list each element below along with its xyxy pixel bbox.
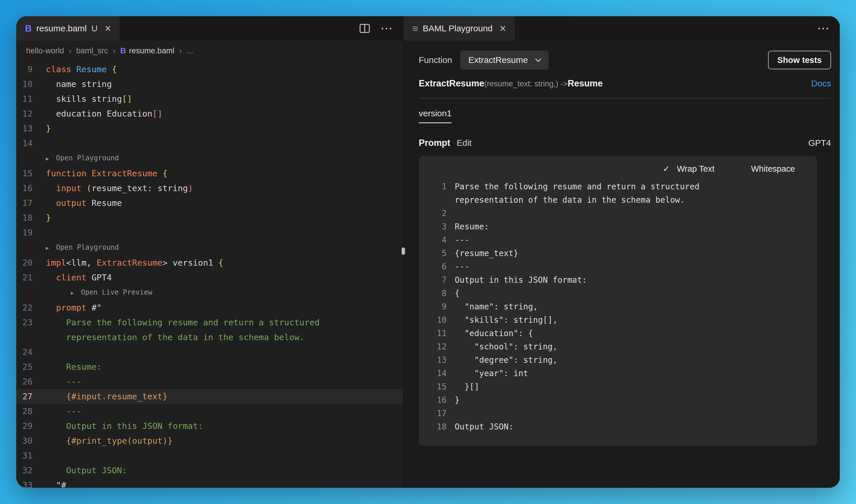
code-row[interactable]: 14 [16,136,403,151]
editor-actions: ⋯ [359,16,403,41]
preview-line-number: 8 [431,287,447,300]
play-triangle-icon: ▶ [46,156,49,162]
preview-line-number: 10 [431,313,447,327]
code-row[interactable]: 15function ExtractResume { [16,166,403,181]
whitespace-toggle[interactable]: Whitespace [751,164,795,174]
breadcrumb-item-ellipsis[interactable]: ... [186,47,193,55]
code-row[interactable]: 19 [16,225,403,240]
breadcrumb-separator-icon: › [113,46,116,56]
preview-line-number: 14 [431,367,447,380]
line-number: 12 [16,106,33,121]
close-tab-icon[interactable]: × [104,23,111,34]
preview-line-text: {resume_text} [455,247,518,260]
tab-version1[interactable]: version1 [419,108,451,123]
function-dropdown[interactable]: ExtractResume [460,51,548,70]
code-row[interactable]: 10 name string [16,77,403,92]
code-row[interactable]: 28 --- [16,404,403,419]
more-actions-icon[interactable]: ⋯ [380,22,393,35]
code-row[interactable]: 27 {#input.resume_text} [16,389,403,404]
split-editor-icon[interactable] [359,24,370,33]
code-row[interactable]: 16 input (resume_text: string) [16,181,403,196]
close-tab-icon[interactable]: × [500,23,506,34]
playground-tab-bar: ≡ BAML Playground × ⋯ [404,16,840,41]
preview-line-text: }[] [455,380,479,394]
code-row[interactable]: 30 {#print_type(output)} [16,434,403,448]
pane-resize-handle[interactable] [401,247,405,255]
codelens-row[interactable]: ▶ Open Live Preview [16,285,403,301]
preview-code-row: 2 [431,207,805,220]
preview-line-number: 7 [431,273,447,287]
breadcrumb-item-hello-world[interactable]: hello-world [26,47,64,55]
line-number: 31 [16,448,33,463]
codelens-label[interactable]: Open Live Preview [76,288,152,296]
line-number: 24 [16,345,33,360]
playground-body: Function ExtractResume Show tests Extrac… [404,41,840,488]
code-row[interactable]: 29 Output in this JSON format: [16,419,403,434]
preview-code-row: 16} [431,394,805,407]
code-row[interactable]: representation of the data in the schema… [16,330,403,345]
line-number [16,240,33,255]
breadcrumb-item-resume-baml[interactable]: B resume.baml [120,46,174,55]
show-tests-button[interactable]: Show tests [768,51,831,69]
baml-file-icon: B [120,46,126,55]
preview-line-number: 13 [431,354,447,367]
code-row[interactable]: 20impl<llm, ExtractResume> version1 { [16,255,403,270]
code-row[interactable]: 26 --- [16,374,403,389]
line-number: 15 [16,166,33,181]
code-row[interactable]: 33 "# [16,478,403,488]
code-row[interactable]: 12 education Education[] [16,106,403,121]
code-row[interactable]: 24 [16,345,403,360]
preview-line-number: 9 [431,300,447,313]
code-row[interactable]: 18} [16,211,403,225]
code-row[interactable]: 11 skills string[] [16,92,403,106]
preview-line-number: 18 [431,420,447,434]
line-number: 13 [16,121,33,136]
line-number: 9 [16,62,33,77]
preview-line-text: Parse the following resume and return a … [455,180,700,194]
preview-line-text: { [455,287,460,300]
playground-list-icon: ≡ [412,23,418,34]
codelens-label[interactable]: Open Playground [52,243,119,251]
edit-prompt-link[interactable]: Edit [457,138,472,148]
preview-code-row: 7Output in this JSON format: [431,273,805,287]
wrap-text-toggle[interactable]: ✓ Wrap Text [663,164,715,174]
model-badge: GPT4 [808,138,831,148]
code-row[interactable]: 25 Resume: [16,360,403,374]
line-number [16,151,33,166]
preview-line-number: 11 [431,327,447,340]
tab-resume-baml[interactable]: B resume.baml U × [16,16,120,41]
editor-code[interactable]: 9class Resume {10 name string11 skills s… [16,61,403,488]
code-row[interactable]: 9class Resume { [16,62,403,77]
code-row[interactable]: 23 Parse the following resume and return… [16,315,403,330]
code-row[interactable]: 22 prompt #" [16,301,403,315]
line-number: 26 [16,374,33,389]
code-row[interactable]: 21 client GPT4 [16,270,403,285]
preview-code-row: 13 "degree": string, [431,354,805,367]
preview-code-row: 18Output JSON: [431,420,805,434]
preview-line-text: "degree": string, [455,354,558,367]
function-label: Function [419,55,452,65]
more-actions-icon[interactable]: ⋯ [817,22,829,35]
preview-line-number [431,194,447,207]
line-number: 28 [16,404,33,419]
codelens-label[interactable]: Open Playground [52,154,119,162]
code-row[interactable]: 31 [16,448,403,463]
docs-link[interactable]: Docs [811,78,831,88]
prompt-preview-box: ✓ Wrap Text Whitespace 1Parse the follow… [419,156,817,446]
breadcrumb-item-baml-src[interactable]: baml_src [76,47,108,55]
tab-baml-playground[interactable]: ≡ BAML Playground × [404,16,515,41]
pane-divider[interactable] [403,16,404,488]
preview-line-text: "name": string, [455,300,538,313]
code-row[interactable]: 17 output Resume [16,196,403,211]
preview-line-number: 12 [431,340,447,354]
preview-line-text: --- [455,233,469,247]
preview-code-row: 15 }[] [431,380,805,394]
preview-line-number: 17 [431,407,447,420]
codelens-row[interactable]: ▶ Open Playground [16,240,403,255]
preview-code-row: 8{ [431,287,805,300]
code-row[interactable]: 32 Output JSON: [16,463,403,478]
preview-line-number: 5 [431,247,447,260]
desktop-background: B resume.baml U × ⋯ hello-world › baml_s… [0,0,856,504]
code-row[interactable]: 13} [16,121,403,136]
codelens-row[interactable]: ▶ Open Playground [16,151,403,166]
